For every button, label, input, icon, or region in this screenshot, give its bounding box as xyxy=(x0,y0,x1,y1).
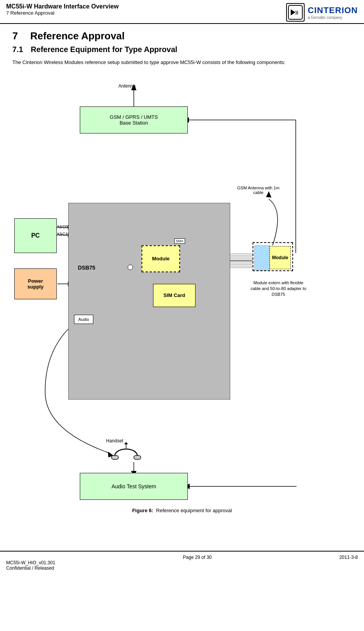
asc0-label: ASC0 xyxy=(57,224,68,229)
figure-caption-label: Figure 6: Reference equipment for approv… xyxy=(132,508,232,513)
handset-icon xyxy=(111,442,142,461)
audio-test-label: Audio Test System xyxy=(111,483,156,489)
dsb75-box xyxy=(68,203,230,400)
page-footer: MC55i-W_HIO_v01.301 Confidential / Relea… xyxy=(0,551,364,574)
sma-label: SMA xyxy=(174,238,185,244)
company-logo: )) CINTERION a Gemalto company xyxy=(286,3,358,22)
svg-text:)): )) xyxy=(295,10,298,15)
subsection-heading: 7.1 Reference Equipment for Type Approva… xyxy=(12,45,352,54)
footer-left: MC55i-W_HIO_v01.301 Confidential / Relea… xyxy=(6,555,55,571)
antenna-label: Antenna xyxy=(118,83,136,89)
audio-label-box: Audio xyxy=(74,315,93,324)
page-header: MC55i-W Hardware Interface Overview 7 Re… xyxy=(0,0,364,24)
sim-card-label: SIM Card xyxy=(163,292,185,298)
subsection-title: Reference Equipment for Type Approval xyxy=(31,45,177,54)
company-name: CINTERION xyxy=(308,5,358,15)
power-supply-label: Power supply xyxy=(27,278,44,290)
main-content: 7 Reference Approval 7.1 Reference Equip… xyxy=(0,24,364,545)
module-extern-outline xyxy=(253,242,293,271)
svg-marker-1 xyxy=(291,9,295,15)
reference-diagram: Antenna GSM / GPRS / UMTS Base Station G… xyxy=(14,76,350,538)
document-title: MC55i-W Hardware Interface Overview xyxy=(6,3,119,10)
power-supply-box: Power supply xyxy=(14,268,57,299)
module-inner-label: Module xyxy=(152,256,170,262)
gsm-antenna-label: GSM Antenna with 1m cable xyxy=(237,186,280,195)
logo-text-group: CINTERION a Gemalto company xyxy=(308,5,358,20)
pc-box: PC xyxy=(14,218,57,253)
intro-paragraph: The Cinterion Wireless Modules reference… xyxy=(12,59,352,66)
module-extern-desc: Module extern with flexible cable and 50… xyxy=(249,280,307,298)
figure-caption: Figure 6: Reference equipment for approv… xyxy=(14,508,350,513)
connector-circle xyxy=(128,265,133,270)
dsb75-label: DSB75 xyxy=(78,265,95,271)
section-heading: 7 Reference Approval xyxy=(12,30,352,42)
gsm-box-label: GSM / GPRS / UMTS Base Station xyxy=(110,114,158,126)
svg-rect-35 xyxy=(134,456,141,459)
module-inner-box: Module xyxy=(142,245,180,272)
sim-card-box: SIM Card xyxy=(153,284,195,307)
gsm-base-station-box: GSM / GPRS / UMTS Base Station xyxy=(80,106,188,133)
pc-label: PC xyxy=(31,232,40,239)
svg-rect-34 xyxy=(111,456,118,459)
audio-test-system-box: Audio Test System xyxy=(80,473,188,500)
company-tagline: a Gemalto company xyxy=(308,15,358,20)
section-breadcrumb: 7 Reference Approval xyxy=(6,10,119,16)
audio-label: Audio xyxy=(78,317,89,322)
asc1-label: ASC1 xyxy=(57,232,68,236)
section-title: Reference Approval xyxy=(30,30,125,42)
subsection-number: 7.1 xyxy=(12,45,23,54)
section-number: 7 xyxy=(12,30,18,42)
footer-center: Page 29 of 30 xyxy=(183,555,212,571)
logo-icon-box: )) xyxy=(286,3,305,22)
svg-marker-37 xyxy=(124,442,128,444)
footer-right: 2011-3-8 xyxy=(339,555,358,571)
header-left: MC55i-W Hardware Interface Overview 7 Re… xyxy=(6,3,119,16)
